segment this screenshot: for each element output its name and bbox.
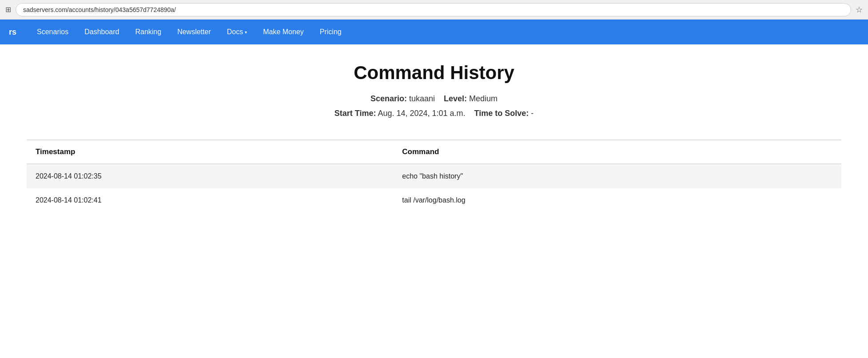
scenario-label: Scenario:: [370, 94, 407, 103]
time-to-solve-value: -: [531, 109, 534, 118]
brand-logo: rs: [9, 28, 16, 37]
nav-item-docs-label: Docs: [227, 28, 243, 36]
navbar: rs Scenarios Dashboard Ranking Newslette…: [0, 20, 868, 44]
table-row: 2024-08-14 01:02:35echo "bash history": [27, 164, 841, 188]
time-to-solve-label: Time to Solve:: [474, 109, 529, 118]
cell-command: echo "bash history": [393, 164, 841, 188]
cell-command: tail /var/log/bash.log: [393, 188, 841, 212]
docs-dropdown-arrow-icon: ▾: [245, 30, 247, 35]
browser-menu-icon[interactable]: ⊞: [5, 5, 11, 14]
start-time-label: Start Time:: [334, 109, 376, 118]
nav-item-newsletter[interactable]: Newsletter: [170, 24, 218, 40]
table-row: 2024-08-14 01:02:41tail /var/log/bash.lo…: [27, 188, 841, 212]
nav-item-ranking[interactable]: Ranking: [128, 24, 168, 40]
nav-items: Scenarios Dashboard Ranking Newsletter D…: [30, 24, 349, 40]
level-label: Level:: [444, 94, 467, 103]
start-time-value: Aug. 14, 2024, 1:01 a.m.: [378, 109, 465, 118]
nav-item-docs[interactable]: Docs ▾: [220, 24, 254, 40]
cell-timestamp: 2024-08-14 01:02:35: [27, 164, 393, 188]
col-header-command: Command: [393, 140, 841, 164]
scenario-meta-row: Scenario: tukaani Level: Medium: [27, 94, 841, 103]
scenario-value: tukaani: [409, 94, 435, 103]
level-value: Medium: [469, 94, 498, 103]
table-header-row: Timestamp Command: [27, 140, 841, 164]
main-content: Command History Scenario: tukaani Level:…: [0, 44, 868, 230]
history-table: Timestamp Command 2024-08-14 01:02:35ech…: [27, 139, 841, 212]
page-title: Command History: [27, 62, 841, 84]
bookmark-star-icon[interactable]: ☆: [856, 5, 863, 15]
address-input[interactable]: [16, 3, 851, 16]
address-bar: ⊞ ☆: [0, 0, 868, 20]
nav-item-pricing[interactable]: Pricing: [313, 24, 349, 40]
col-header-timestamp: Timestamp: [27, 140, 393, 164]
nav-item-scenarios[interactable]: Scenarios: [30, 24, 76, 40]
nav-item-dashboard[interactable]: Dashboard: [77, 24, 126, 40]
timing-meta-row: Start Time: Aug. 14, 2024, 1:01 a.m. Tim…: [27, 109, 841, 118]
cell-timestamp: 2024-08-14 01:02:41: [27, 188, 393, 212]
nav-item-make-money[interactable]: Make Money: [256, 24, 311, 40]
